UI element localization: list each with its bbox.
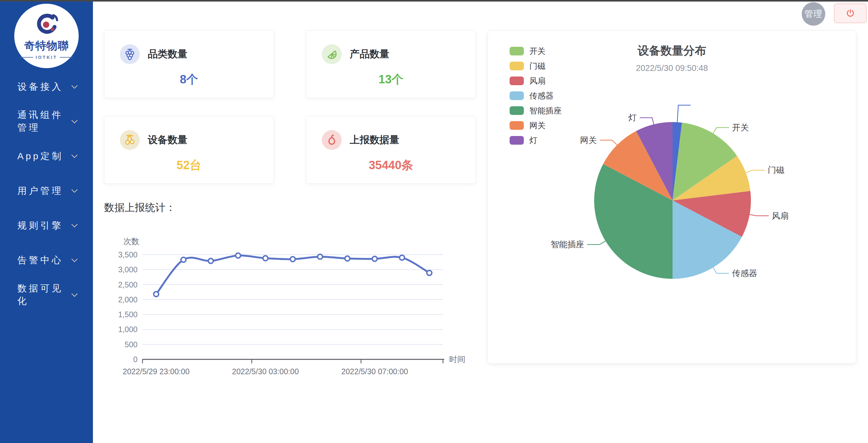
chevron-down-icon bbox=[71, 186, 78, 193]
legend-swatch bbox=[509, 121, 524, 130]
svg-text:次数: 次数 bbox=[123, 237, 140, 246]
pie-slice-label: 门磁 bbox=[768, 165, 784, 175]
sidebar-item-5[interactable]: 告警中心 bbox=[0, 243, 93, 278]
sidebar-item-3[interactable]: 用户管理 bbox=[0, 173, 93, 208]
svg-text:3,000: 3,000 bbox=[118, 265, 137, 274]
legend-item-网关[interactable]: 网关 bbox=[509, 118, 562, 133]
device-distribution-panel: 设备数量分布 2022/5/30 09:50:48 开关门磁风扇传感器智能插座网… bbox=[488, 30, 856, 364]
lemon-icon bbox=[322, 44, 342, 64]
legend-item-灯[interactable]: 灯 bbox=[509, 133, 562, 148]
sidebar-item-2[interactable]: App定制 bbox=[0, 139, 93, 173]
grapes-icon bbox=[120, 44, 140, 64]
logo-subtitle-text: IOTKIT bbox=[36, 55, 57, 60]
sidebar-item-1[interactable]: 通讯组件管理 bbox=[0, 104, 93, 139]
app-logo: 奇特物聯 IOTKIT bbox=[14, 4, 79, 68]
line-data-point bbox=[400, 255, 405, 260]
svg-text:2022/5/30 03:00:00: 2022/5/30 03:00:00 bbox=[232, 367, 299, 376]
pie-label-line bbox=[600, 140, 617, 145]
stat-card-head: 品类数量 bbox=[120, 44, 187, 64]
legend-label: 智能插座 bbox=[529, 105, 562, 116]
svg-text:2,000: 2,000 bbox=[118, 295, 137, 304]
sidebar-item-4[interactable]: 规则引擎 bbox=[0, 208, 93, 243]
pie-slice-label: 灯 bbox=[628, 113, 637, 122]
svg-text:1,000: 1,000 bbox=[118, 325, 137, 334]
legend-label: 灯 bbox=[529, 135, 537, 146]
logo-title: 奇特物聯 bbox=[24, 38, 69, 53]
legend-item-智能插座[interactable]: 智能插座 bbox=[509, 103, 562, 118]
user-avatar[interactable]: 管理 bbox=[802, 2, 825, 26]
sidebar-menu: 设备接入通讯组件管理App定制用户管理规则引擎告警中心数据可见化 bbox=[0, 69, 93, 312]
legend-label: 风扇 bbox=[529, 75, 546, 87]
pie-slice-label: 智能插座 bbox=[551, 240, 584, 249]
sidebar-item-label: 规则引擎 bbox=[17, 219, 63, 232]
svg-text:0: 0 bbox=[133, 355, 137, 364]
sidebar-item-label: 数据可见化 bbox=[17, 282, 72, 308]
window-top-strip bbox=[0, 0, 868, 2]
legend-swatch bbox=[509, 62, 524, 70]
line-data-point bbox=[208, 258, 213, 263]
stat-card-1: 产品数量13个 bbox=[306, 30, 476, 98]
stat-card-label: 上报数据量 bbox=[350, 133, 399, 147]
line-data-point bbox=[181, 257, 186, 262]
line-data-point bbox=[317, 254, 322, 259]
chevron-down-icon bbox=[71, 290, 78, 297]
svg-text:3,500: 3,500 bbox=[118, 250, 137, 259]
line-data-point bbox=[290, 256, 295, 261]
logo-rule-right bbox=[60, 57, 73, 58]
sidebar-item-label: App定制 bbox=[17, 150, 63, 163]
line-data-point bbox=[427, 271, 432, 276]
chevron-down-icon bbox=[71, 152, 78, 158]
stat-card-value: 8个 bbox=[104, 71, 274, 87]
stat-card-label: 品类数量 bbox=[148, 48, 187, 61]
stat-card-label: 产品数量 bbox=[350, 48, 390, 61]
logout-button[interactable] bbox=[834, 3, 867, 23]
sidebar-item-6[interactable]: 数据可见化 bbox=[0, 278, 93, 312]
line-data-point bbox=[372, 256, 377, 261]
sidebar-item-label: 设备接入 bbox=[17, 81, 63, 93]
chevron-down-icon bbox=[71, 256, 78, 262]
report-line-chart: 05001,0001,5002,0002,5003,0003,5002022/5… bbox=[102, 222, 468, 383]
chevron-down-icon bbox=[71, 221, 78, 227]
cherry-icon bbox=[120, 130, 140, 150]
user-avatar-label: 管理 bbox=[805, 8, 823, 20]
legend-item-开关[interactable]: 开关 bbox=[509, 44, 562, 59]
pie-slice-label: 风扇 bbox=[772, 211, 788, 221]
legend-item-传感器[interactable]: 传感器 bbox=[509, 88, 562, 103]
stat-card-value: 35440条 bbox=[306, 157, 475, 173]
sidebar: 奇特物聯 IOTKIT 设备接入通讯组件管理App定制用户管理规则引擎告警中心数… bbox=[0, 0, 93, 443]
line-data-point bbox=[154, 291, 159, 296]
line-data-point bbox=[345, 256, 350, 261]
svg-text:1,500: 1,500 bbox=[118, 310, 137, 319]
pie-label-line bbox=[713, 268, 729, 274]
svg-text:2,500: 2,500 bbox=[118, 280, 137, 289]
report-chart-title: 数据上报统计： bbox=[104, 201, 176, 215]
stat-card-head: 产品数量 bbox=[322, 44, 390, 64]
logo-mark-icon bbox=[34, 12, 59, 38]
stat-card-2: 设备数量52台 bbox=[104, 116, 274, 184]
legend-label: 门磁 bbox=[529, 61, 546, 71]
pie-label-line bbox=[677, 105, 690, 122]
svg-text:时间: 时间 bbox=[449, 355, 465, 364]
legend-swatch bbox=[509, 47, 524, 56]
pie-label-line bbox=[746, 170, 765, 173]
stat-card-value: 52台 bbox=[104, 157, 274, 173]
stat-card-head: 上报数据量 bbox=[322, 130, 399, 150]
legend-label: 开关 bbox=[529, 46, 546, 57]
legend-swatch bbox=[509, 136, 524, 145]
svg-text:2022/5/30 07:00:00: 2022/5/30 07:00:00 bbox=[341, 367, 408, 376]
pie-label-line bbox=[587, 241, 606, 245]
sidebar-item-label: 告警中心 bbox=[17, 254, 63, 267]
pie-slice-label: 网关 bbox=[580, 136, 597, 145]
power-icon bbox=[845, 8, 855, 18]
logo-subtitle: IOTKIT bbox=[20, 55, 73, 60]
line-data-point bbox=[236, 253, 241, 258]
pie-slice-label: 传感器 bbox=[732, 268, 757, 278]
legend-item-风扇[interactable]: 风扇 bbox=[509, 73, 562, 88]
pie-label-line bbox=[750, 215, 769, 216]
sidebar-item-label: 用户管理 bbox=[17, 185, 63, 197]
chevron-down-icon bbox=[71, 117, 78, 123]
legend-label: 网关 bbox=[529, 120, 546, 131]
legend-item-门磁[interactable]: 门磁 bbox=[509, 59, 562, 73]
sidebar-item-0[interactable]: 设备接入 bbox=[0, 69, 93, 104]
legend-swatch bbox=[509, 76, 524, 85]
